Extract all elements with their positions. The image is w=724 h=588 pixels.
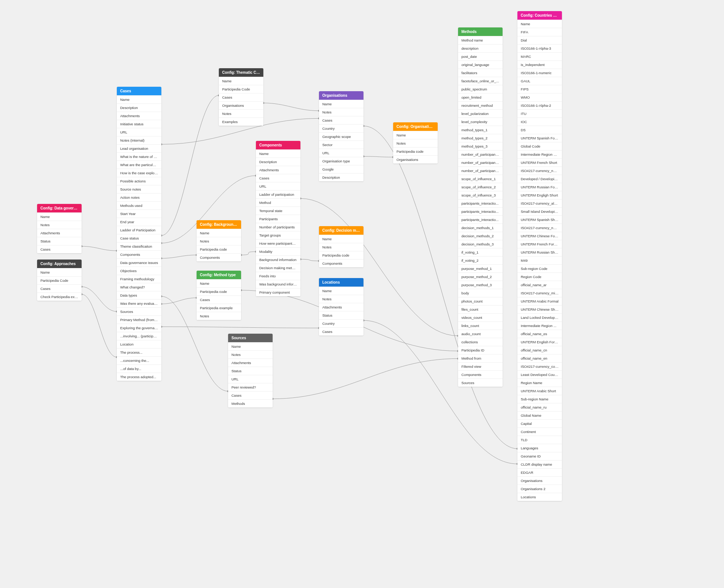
table-header[interactable]: Sources [228,334,273,342]
table-field[interactable]: Ladder of participation [256,190,300,198]
table-field[interactable]: Attachments [256,166,300,174]
table-field[interactable]: purpose_method_1 [458,264,503,272]
table-approaches[interactable]: Config: ApproachesNameParticipedia CodeC… [37,260,82,301]
table-field[interactable]: Land Locked Developing... [517,313,562,321]
table-field[interactable]: What are the particular ... [117,161,161,169]
table-field[interactable]: Was there any evaluation? [117,299,161,307]
table-header[interactable]: Methods [458,27,503,36]
table-field[interactable]: Location [117,340,161,348]
table-field[interactable]: Participedia code [197,245,241,253]
table-field[interactable]: Geoname ID [517,452,562,460]
table-field[interactable]: Google [319,165,363,173]
table-field[interactable]: Number of participants [256,223,300,231]
table-field[interactable]: number_of_participants_3 [458,166,503,175]
table-field[interactable]: ISO4217-currency_num... [517,224,562,232]
table-field[interactable]: Attachments [319,303,363,311]
table-field[interactable]: TLD [517,436,562,444]
table-field[interactable]: Primary component [256,288,300,296]
table-field[interactable]: Organisations [393,155,438,163]
table-field[interactable]: Methods [228,399,273,407]
table-field[interactable]: Sub-region Code [517,264,562,272]
table-field[interactable]: post_date [458,52,503,60]
table-field[interactable]: number_of_participants_2 [458,158,503,166]
table-field[interactable]: Intermediate Region ... [517,321,562,330]
table-field[interactable]: Cases [37,284,82,293]
table-field[interactable]: Notes [319,108,363,116]
table-field[interactable]: Feeds into [256,272,300,280]
table-field[interactable]: M49 [517,256,562,264]
table-field[interactable]: CLDR display name [517,460,562,468]
table-field[interactable]: if_voting_2 [458,256,503,264]
table-field[interactable]: Participedia Code [37,276,82,284]
table-field[interactable]: Attachments [228,359,273,367]
table-org-type[interactable]: Config: Organisation t...NameNotesPartic… [393,122,438,163]
table-field[interactable]: Description [256,158,300,166]
table-field[interactable]: facetoface_online_or_... [458,77,503,85]
table-components[interactable]: ComponentsNameDescriptionAttachmentsCase… [256,141,300,296]
table-field[interactable]: scope_of_influence_1 [458,175,503,183]
table-field[interactable]: collections [458,338,503,346]
table-header[interactable]: Cases [117,87,161,95]
table-field[interactable]: ITU [517,109,562,118]
table-field[interactable]: participants_interactio... [458,207,503,215]
table-header[interactable]: Config: Thematic Class... [219,68,263,77]
table-field[interactable]: Notes [319,295,363,303]
table-thematic[interactable]: Config: Thematic Class...NameParticipedi… [219,68,263,126]
table-field[interactable]: Data governance issues [117,258,161,267]
table-header[interactable]: Config: Organisation t... [393,122,438,131]
table-field[interactable]: Organisations 2 [517,485,562,493]
table-field[interactable]: MARC [517,52,562,60]
table-field[interactable]: Method [256,198,300,207]
table-field[interactable]: What changed? [117,283,161,291]
table-field[interactable]: URL [228,375,273,383]
table-field[interactable]: Decision making methods [256,264,300,272]
table-field[interactable]: Theme classificaiton [117,242,161,250]
table-field[interactable]: ISO4217-currency_name [517,166,562,175]
table-field[interactable]: Global Code [517,142,562,150]
table-header[interactable]: Config: Data governan... [37,204,82,212]
table-field[interactable]: Check Participedia exa... [37,293,82,301]
table-field[interactable]: Source notes [117,185,161,193]
table-field[interactable]: if_voting_1 [458,248,503,256]
table-field[interactable]: Was background inform... [256,280,300,288]
table-header[interactable]: Config: Approaches [37,260,82,268]
table-field[interactable]: ISO4217-currency_cou... [517,362,562,370]
table-field[interactable]: decision_methods_3 [458,240,503,248]
table-field[interactable]: Sources [458,379,503,387]
table-field[interactable]: Developed / Developing ... [517,175,562,183]
table-field[interactable]: Modality [256,247,300,255]
table-field[interactable]: DS [517,126,562,134]
table-field[interactable]: Dial [517,36,562,44]
table-field[interactable]: Participedia code [197,287,241,295]
table-field[interactable]: URL [319,149,363,157]
table-locations[interactable]: LocationsNameNotesAttachmentsStatusCount… [319,278,363,336]
table-field[interactable]: Components [197,253,241,261]
table-field[interactable]: UNTERM Spanish Formal [517,134,562,142]
table-field[interactable]: URL [117,128,161,136]
table-field[interactable]: UNTERM Arabic Short [517,387,562,395]
table-field[interactable]: Locations [517,493,562,501]
table-field[interactable]: Name [197,279,241,287]
table-field[interactable]: Cases [228,391,273,399]
table-field[interactable]: Organisations [517,476,562,485]
table-field[interactable]: Cases [319,327,363,336]
table-field[interactable]: Case status [117,234,161,242]
table-field[interactable]: open_limited [458,93,503,101]
table-field[interactable]: Ladder of Participation [117,226,161,234]
table-field[interactable]: Name [256,149,300,158]
table-field[interactable]: Framing methodology [117,275,161,283]
table-field[interactable]: purpose_method_3 [458,281,503,289]
table-field[interactable]: Languages [517,444,562,452]
table-field[interactable]: audio_count [458,330,503,338]
table-field[interactable]: Attachments [37,229,82,237]
table-field[interactable]: participants_interactio... [458,199,503,207]
table-background[interactable]: Config: Background inf...NameNotesPartic… [197,220,241,261]
table-field[interactable]: Notes [393,139,438,147]
table-field[interactable]: decision_methods_2 [458,232,503,240]
table-field[interactable]: ISO3166-1-numeric [517,69,562,77]
table-field[interactable]: ...of data by... [117,364,161,373]
table-field[interactable]: ...concerning the... [117,356,161,364]
table-field[interactable]: ...involving... (participan... [117,332,161,340]
table-method-type[interactable]: Config: Method typeNameParticipedia code… [197,271,241,320]
table-field[interactable]: Data types [117,291,161,299]
